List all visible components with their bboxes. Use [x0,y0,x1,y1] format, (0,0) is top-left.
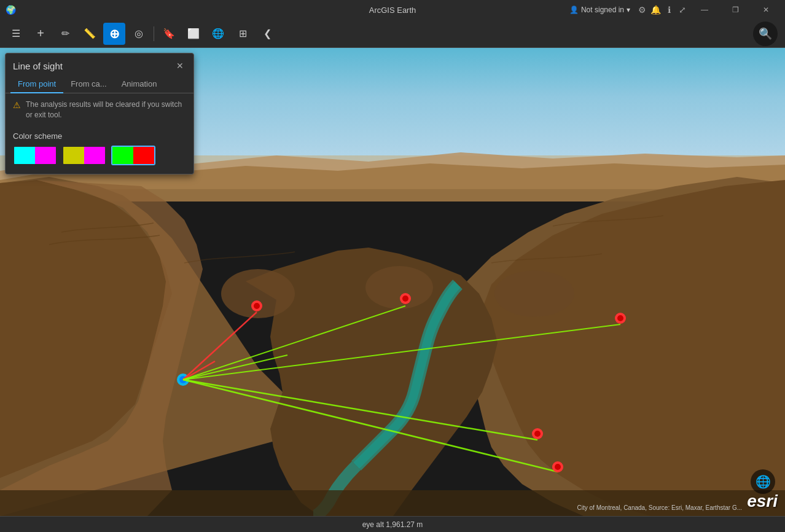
restore-icon: ❐ [732,6,739,14]
grid-button[interactable]: ⊞ [232,23,254,45]
svg-point-32 [555,464,561,470]
expand-button[interactable]: ⤢ [677,4,688,15]
dropdown-arrow-icon: ▾ [627,6,630,14]
svg-line-22 [183,380,558,472]
expand-icon: ⤢ [679,5,686,15]
app-title: ArcGIS Earth [369,6,416,15]
svg-line-19 [183,306,405,380]
globe-navigation-button[interactable]: 🌐 [751,469,775,494]
minimize-button[interactable]: — [690,0,719,20]
svg-line-21 [183,380,537,440]
collapse-button[interactable]: ❮ [256,23,278,45]
draw-icon: ✏ [61,28,69,39]
color-swatches [13,146,186,165]
search-icon: 🔍 [759,27,772,41]
toolbar: ☰ + ✏ 📏 ⊕ ◎ 🔖 ⬜ 🌐 ⊞ ❮ 🔍 [0,20,785,48]
swatch-green-red[interactable] [111,146,155,165]
globe-view-icon: 🌐 [212,28,224,39]
los-panel: Line of sight ✕ From point From ca... An… [5,53,194,174]
info-icon: ℹ [668,5,671,15]
swatch-half-right [35,147,56,164]
menu-icon: ☰ [12,28,20,39]
bookmark-icon: 🔖 [163,28,175,39]
svg-line-20 [183,324,620,380]
close-icon: ✕ [763,6,769,14]
panel-close-button[interactable]: ✕ [174,60,186,72]
svg-line-16 [183,312,257,380]
panel-header: Line of sight ✕ [6,53,193,76]
globe-view-button[interactable]: 🌐 [207,23,229,45]
minimize-icon: — [701,6,708,14]
close-button[interactable]: ✕ [752,0,780,20]
info-button[interactable]: ℹ [663,4,674,15]
color-scheme-label: Color scheme [13,131,186,141]
settings-icon: ⚙ [638,5,646,15]
esri-logo: esri [747,491,778,511]
svg-point-24 [254,303,260,309]
analysis-button[interactable]: ⊕ [103,23,125,45]
menu-button[interactable]: ☰ [5,23,27,45]
filter-button[interactable]: ◎ [128,23,150,45]
analysis-icon: ⊕ [109,26,120,41]
restore-button[interactable]: ❐ [721,0,749,20]
titlebar-left: 🌍 [5,4,16,15]
svg-point-28 [617,315,623,321]
collapse-icon: ❮ [264,28,271,39]
basemap-icon: ⬜ [187,28,200,39]
bookmark-button[interactable]: 🔖 [158,23,180,45]
globe-icon: 🌐 [756,474,771,489]
swatch-half-right [133,147,154,164]
tab-animation[interactable]: Animation [114,76,165,93]
panel-tabs: From point From ca... Animation [6,76,193,93]
notification-icon: 🔔 [650,5,661,15]
color-scheme-section: Color scheme [6,127,193,174]
svg-point-26 [402,295,408,302]
tab-from-camera[interactable]: From ca... [63,76,114,93]
attribution: City of Montreal, Canada, Source: Esri, … [577,504,742,511]
separator-1 [154,26,154,41]
svg-point-30 [534,431,541,437]
swatch-yellow-magenta[interactable] [62,146,106,165]
titlebar: 🌍 ArcGIS Earth 👤 Not signed in ▾ ⚙ 🔔 ℹ ⤢… [0,0,785,20]
search-button[interactable]: 🔍 [753,22,778,46]
warning-icon: ⚠ [13,100,21,110]
draw-button[interactable]: ✏ [54,23,76,45]
eye-altitude: eye alt 1,961.27 m [362,520,423,529]
grid-icon: ⊞ [239,28,247,39]
warning-text: The analysis results will be cleared if … [26,100,186,120]
settings-button[interactable]: ⚙ [636,4,647,15]
add-button[interactable]: + [29,23,52,45]
svg-line-18 [183,355,287,380]
statusbar: eye alt 1,961.27 m [0,516,785,532]
filter-icon: ◎ [135,28,143,39]
close-icon: ✕ [176,61,184,71]
swatch-half-right [84,147,105,164]
measure-button[interactable]: 📏 [79,23,101,45]
panel-title: Line of sight [13,61,63,71]
not-signed-in-button[interactable]: 👤 Not signed in ▾ [566,4,634,15]
measure-icon: 📏 [84,28,96,39]
map-area[interactable]: Line of sight ✕ From point From ca... An… [0,48,785,516]
user-icon: 👤 [569,6,579,14]
basemap-button[interactable]: ⬜ [182,23,205,45]
swatch-cyan-magenta[interactable] [13,146,57,165]
swatch-half-left [63,147,84,164]
app-icon: 🌍 [5,4,16,15]
titlebar-right: 👤 Not signed in ▾ ⚙ 🔔 ℹ ⤢ — ❐ ✕ [566,0,780,20]
swatch-half-left [14,147,35,164]
notification-button[interactable]: 🔔 [650,4,661,15]
swatch-half-left [112,147,133,164]
tab-from-point[interactable]: From point [10,76,63,93]
add-icon: + [37,26,44,41]
panel-warning: ⚠ The analysis results will be cleared i… [6,93,193,127]
